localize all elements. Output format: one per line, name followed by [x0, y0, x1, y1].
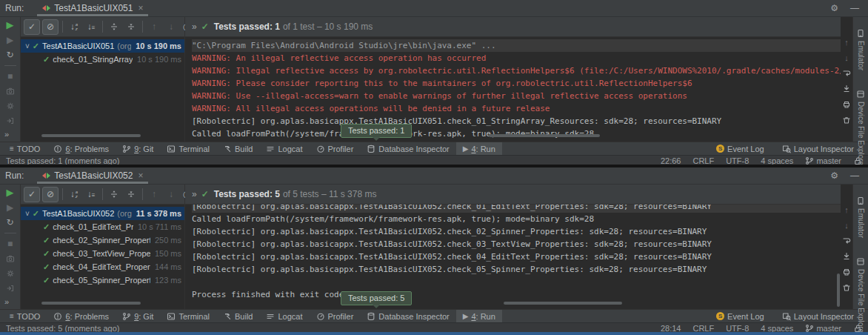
show-ignored-icon[interactable]	[42, 187, 59, 202]
scroll-down-icon[interactable]: ↓	[844, 53, 849, 62]
chevron-down-icon[interactable]	[25, 42, 30, 50]
screenshot-icon[interactable]	[6, 254, 15, 263]
console-output[interactable]: "C:\Program Files\Android\Android Studio…	[185, 37, 841, 142]
sort-alpha-icon[interactable]: az	[67, 188, 81, 202]
git-branch-widget[interactable]: master	[805, 324, 841, 332]
auto-test-icon[interactable]	[6, 50, 13, 59]
import-tests-icon[interactable]	[6, 116, 15, 125]
print-icon[interactable]	[842, 100, 851, 109]
minimize-icon[interactable]: —	[850, 170, 859, 181]
tool-window-logcat[interactable]: Logcat	[259, 142, 309, 155]
show-ignored-icon[interactable]	[42, 19, 59, 35]
auto-test-icon[interactable]	[6, 218, 13, 227]
rerun-failed-icon[interactable]	[7, 36, 13, 44]
chevron-down-icon[interactable]	[25, 209, 30, 218]
chevron-icon[interactable]: »	[4, 297, 8, 306]
collapse-all-icon[interactable]	[124, 188, 138, 202]
scroll-up-icon[interactable]: ↑	[844, 38, 849, 47]
chevron-icon[interactable]: »	[192, 189, 196, 199]
tool-window-problems[interactable]: 6: Problems	[47, 310, 116, 322]
show-passed-icon[interactable]	[24, 187, 40, 202]
tool-window-run[interactable]: ▶4: Run	[456, 310, 502, 322]
test-tree-item[interactable]: check_01_StringArray_Resources 10 s 190 …	[21, 53, 184, 66]
layout-inspector-button[interactable]: Layout Inspector	[775, 310, 861, 322]
caret-position[interactable]: 28:14	[661, 324, 681, 332]
sort-duration-icon[interactable]	[84, 188, 99, 202]
tool-window-todo[interactable]: ≡TODO	[3, 310, 47, 322]
tool-window-device-file-explorer[interactable]: Device File Explorer	[856, 90, 865, 165]
line-separator[interactable]: CRLF	[692, 156, 714, 165]
sort-duration-icon[interactable]	[84, 20, 99, 34]
test-tree-item[interactable]: check_05_Spinner_Properties 123 ms	[21, 273, 184, 287]
gear-icon[interactable]: ⚙	[830, 3, 838, 13]
tool-window-build[interactable]: Build	[216, 142, 259, 155]
chevron-icon[interactable]: »	[192, 21, 196, 32]
caret-position[interactable]: 22:66	[661, 156, 681, 165]
print-icon[interactable]	[842, 268, 851, 276]
sort-alpha-icon[interactable]: az	[67, 20, 81, 34]
tool-window-terminal[interactable]: Terminal	[160, 142, 216, 155]
test-tree-item[interactable]: check_04_EditText_Properties 144 ms	[21, 260, 184, 273]
trash-icon[interactable]	[842, 283, 851, 292]
prev-icon[interactable]	[147, 20, 161, 34]
line-separator[interactable]: CRLF	[692, 324, 714, 332]
git-branch-widget[interactable]: master	[805, 156, 841, 165]
scroll-down-icon[interactable]: ↓	[844, 221, 849, 230]
soft-wrap-icon[interactable]	[842, 236, 851, 245]
horizontal-scrollbar[interactable]	[504, 302, 622, 305]
tool-window-profiler[interactable]: Profiler	[310, 310, 361, 322]
horizontal-scrollbar[interactable]	[41, 302, 141, 305]
test-tree-root[interactable]: TestA1BasicUIX052 (org.aplas.basica 11 s…	[21, 207, 184, 220]
expand-all-icon[interactable]	[107, 188, 121, 202]
settings-icon[interactable]	[6, 102, 15, 110]
tool-window-device-file-explorer[interactable]: Device File Explorer	[856, 257, 865, 332]
console-output[interactable]: [Robolectric] org.aplas.basicappx.TestA1…	[185, 205, 841, 309]
tool-window-terminal[interactable]: Terminal	[160, 310, 216, 322]
show-passed-icon[interactable]	[24, 19, 40, 35]
run-tab[interactable]: TestA1BasicUIX052 ×	[36, 168, 150, 184]
next-icon[interactable]	[164, 20, 178, 34]
file-encoding[interactable]: UTF-8	[726, 324, 749, 332]
stop-icon[interactable]	[7, 72, 13, 81]
close-icon[interactable]: ×	[138, 170, 143, 181]
expand-all-icon[interactable]	[107, 20, 121, 34]
tool-window-git[interactable]: 9: Git	[116, 142, 160, 155]
tool-window-problems[interactable]: 6: Problems	[47, 142, 116, 155]
indent-setting[interactable]: 4 spaces	[761, 324, 793, 332]
tool-window-run[interactable]: ▶4: Run	[456, 142, 502, 155]
test-tree-item[interactable]: check_01_EditText_Properties 10 s 711 ms	[21, 220, 184, 233]
layout-inspector-button[interactable]: Layout Inspector	[775, 142, 861, 155]
test-tree-item[interactable]: check_02_Spinner_Properties 250 ms	[21, 233, 184, 247]
screenshot-icon[interactable]	[6, 87, 15, 96]
event-log-button[interactable]: SEvent Log	[710, 310, 771, 322]
tool-window-build[interactable]: Build	[216, 310, 259, 322]
rerun-icon[interactable]	[7, 188, 14, 197]
close-icon[interactable]: ×	[138, 3, 143, 13]
import-tests-icon[interactable]	[6, 284, 15, 293]
scroll-up-icon[interactable]: ↑	[844, 205, 849, 214]
stop-icon[interactable]	[7, 239, 13, 248]
tool-window-git[interactable]: 9: Git	[116, 310, 160, 322]
test-tree-item[interactable]: check_03_TextView_Properties 150 ms	[21, 247, 184, 260]
horizontal-scrollbar[interactable]	[489, 134, 600, 137]
prev-icon[interactable]	[147, 188, 161, 202]
next-icon[interactable]	[164, 188, 178, 202]
tool-window-emulator[interactable]: Emulator	[856, 196, 865, 238]
tool-window-emulator[interactable]: Emulator	[856, 29, 865, 70]
file-encoding[interactable]: UTF-8	[726, 156, 749, 165]
settings-icon[interactable]	[6, 269, 15, 278]
collapse-all-icon[interactable]	[124, 20, 138, 34]
vertical-scrollbar[interactable]	[837, 273, 840, 307]
soft-wrap-icon[interactable]	[842, 69, 851, 78]
indent-setting[interactable]: 4 spaces	[761, 156, 793, 165]
rerun-icon[interactable]	[7, 21, 14, 30]
run-tab[interactable]: TestA1BasicUIX051 ×	[36, 0, 150, 16]
rerun-failed-icon[interactable]	[7, 203, 13, 212]
trash-icon[interactable]	[842, 116, 851, 125]
tool-window-logcat[interactable]: Logcat	[259, 310, 309, 322]
gear-icon[interactable]: ⚙	[830, 170, 838, 181]
chevron-icon[interactable]: »	[4, 130, 8, 139]
test-tree-root[interactable]: TestA1BasicUIX051 (org.aplas.basica 10 s…	[21, 39, 184, 53]
scroll-end-icon[interactable]	[842, 252, 851, 261]
event-log-button[interactable]: SEvent Log	[710, 142, 771, 155]
